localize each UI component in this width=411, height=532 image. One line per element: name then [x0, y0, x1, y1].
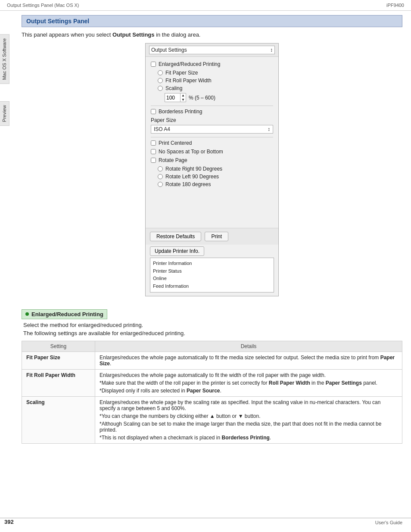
dialog-empty-space: [151, 189, 273, 224]
enlarged-printing-label: Enlarged/Reduced Printing: [159, 61, 220, 67]
intro-text-start: This panel appears when you select: [22, 31, 112, 38]
paper-size-arrow-icon: ↕: [268, 126, 270, 132]
rotate-page-checkbox[interactable]: [151, 158, 156, 163]
table-col-details: Details: [95, 341, 402, 352]
rotate-left-radio[interactable]: [158, 174, 163, 179]
bottom-divider: [0, 518, 411, 518]
paper-size-value: ISO A4: [154, 126, 170, 132]
rotate-page-row: Rotate Page: [151, 157, 273, 163]
table-row: ScalingEnlarges/reduces the whole page b…: [22, 396, 402, 443]
print-centered-checkbox[interactable]: [151, 140, 156, 146]
scaling-value-input[interactable]: [165, 94, 180, 101]
table-cell-setting: Scaling: [22, 396, 95, 443]
side-tab-macosx: Mac OS X Software: [0, 34, 9, 84]
fit-paper-size-label: Fit Paper Size: [165, 70, 198, 76]
dropdown-arrow-icon: ↕: [270, 47, 273, 53]
dropdown-label: Output Settings: [151, 47, 187, 53]
table-col-setting: Setting: [22, 341, 95, 352]
paper-size-label: Paper Size: [151, 117, 273, 123]
bullet-dot-icon: [25, 312, 29, 316]
highlight-label: Enlarged/Reduced Printing: [31, 311, 103, 317]
fit-roll-paper-width-radio[interactable]: [158, 78, 163, 83]
scaling-label: Scaling: [165, 85, 182, 91]
scaling-radio[interactable]: [158, 86, 163, 91]
main-content: Output Settings Panel This panel appears…: [13, 11, 411, 452]
table-cell-details: Enlarges/reduces the whole page automati…: [95, 352, 402, 369]
settings-table: Setting Details Fit Paper SizeEnlarges/r…: [22, 341, 402, 444]
borderless-printing-row: Borderless Printing: [151, 109, 273, 115]
rotate-right-row: Rotate Right 90 Degrees: [151, 166, 273, 172]
page-number: 392: [4, 519, 14, 525]
print-button[interactable]: Print: [205, 232, 228, 241]
paper-size-dropdown[interactable]: ISO A4 ↕: [151, 125, 273, 134]
side-tab-preview: Preview: [0, 101, 9, 126]
highlight-section: Enlarged/Reduced Printing: [22, 309, 107, 319]
scaling-input-row: ▲ ▼ % (5 – 600): [151, 93, 273, 102]
print-centered-label: Print Centered: [159, 140, 192, 146]
table-cell-setting: Fit Paper Size: [22, 352, 95, 369]
dialog-body: Enlarged/Reduced Printing Fit Paper Size…: [146, 57, 278, 228]
rotate-180-row: Rotate 180 degrees: [151, 181, 273, 187]
rotate-left-row: Rotate Left 90 Degrees: [151, 174, 273, 180]
printer-info-box: Printer Information Printer Status Onlin…: [150, 258, 274, 292]
dialog-mockup: Output Settings ↕ Enlarged/Reduced Print…: [145, 43, 279, 296]
rotate-right-label: Rotate Right 90 Degrees: [165, 166, 222, 172]
footer-right: User's Guide: [375, 520, 402, 525]
update-printer-info-button[interactable]: Update Printer Info.: [150, 246, 204, 256]
printer-info-line4: Feed Information: [153, 283, 271, 290]
enlarged-printing-checkbox[interactable]: [151, 62, 156, 67]
rotate-180-radio[interactable]: [158, 182, 163, 187]
table-row: Fit Roll Paper WidthEnlarges/reduces the…: [22, 369, 402, 396]
fit-roll-paper-width-label: Fit Roll Paper Width: [165, 78, 212, 84]
spin-down-icon[interactable]: ▼: [181, 98, 186, 102]
scaling-radio-row: Scaling: [151, 85, 273, 91]
scaling-input-box[interactable]: ▲ ▼: [165, 93, 186, 102]
top-bar: Output Settings Panel (Mac OS X) iPF9400: [0, 0, 411, 11]
fit-roll-paper-width-row: Fit Roll Paper Width: [151, 78, 273, 84]
no-spaces-checkbox[interactable]: [151, 149, 156, 154]
dialog-header: Output Settings ↕: [146, 44, 278, 57]
top-bar-right: iPF9400: [386, 3, 404, 8]
top-bar-left: Output Settings Panel (Mac OS X): [7, 3, 79, 8]
print-centered-row: Print Centered: [151, 140, 273, 146]
printer-info-line2: Printer Status: [153, 268, 271, 275]
table-row: Fit Paper SizeEnlarges/reduces the whole…: [22, 352, 402, 369]
subsection-line1: Select the method for enlarged/reduced p…: [23, 322, 402, 328]
table-cell-details: Enlarges/reduces the whole page by the s…: [95, 396, 402, 443]
intro-text-end: in the dialog area.: [155, 31, 201, 38]
no-spaces-label: No Spaces at Top or Bottom: [159, 149, 223, 155]
section-header: Output Settings Panel: [22, 15, 402, 27]
rotate-180-label: Rotate 180 degrees: [165, 181, 211, 187]
enlarged-printing-row: Enlarged/Reduced Printing: [151, 61, 273, 67]
fit-paper-size-radio[interactable]: [158, 70, 163, 75]
section-title: Output Settings Panel: [26, 18, 398, 25]
side-tabs: Mac OS X Software Preview: [0, 34, 9, 126]
dialog-buttons-row: Restore Defaults Print: [146, 228, 278, 245]
spin-up-icon[interactable]: ▲: [181, 93, 186, 98]
scaling-spinners[interactable]: ▲ ▼: [180, 93, 186, 102]
subsection-line2: The following settings are available for…: [23, 330, 402, 336]
printer-info-line3: Online: [153, 275, 271, 283]
fit-paper-size-row: Fit Paper Size: [151, 70, 273, 76]
borderless-printing-label: Borderless Printing: [159, 109, 202, 115]
no-spaces-row: No Spaces at Top or Bottom: [151, 149, 273, 155]
rotate-left-label: Rotate Left 90 Degrees: [165, 174, 219, 180]
rotate-right-radio[interactable]: [158, 166, 163, 171]
rotate-page-label: Rotate Page: [159, 157, 187, 163]
borderless-printing-checkbox[interactable]: [151, 109, 156, 114]
restore-defaults-button[interactable]: Restore Defaults: [150, 232, 201, 241]
printer-info-line1: Printer Information: [153, 260, 271, 268]
output-settings-dropdown[interactable]: Output Settings ↕: [149, 46, 275, 54]
table-cell-setting: Fit Roll Paper Width: [22, 369, 95, 396]
intro-bold: Output Settings: [112, 31, 155, 38]
intro-paragraph: This panel appears when you select Outpu…: [22, 31, 402, 38]
scaling-range-label: % (5 – 600): [189, 95, 215, 101]
table-cell-details: Enlarges/reduces the whole page automati…: [95, 369, 402, 396]
